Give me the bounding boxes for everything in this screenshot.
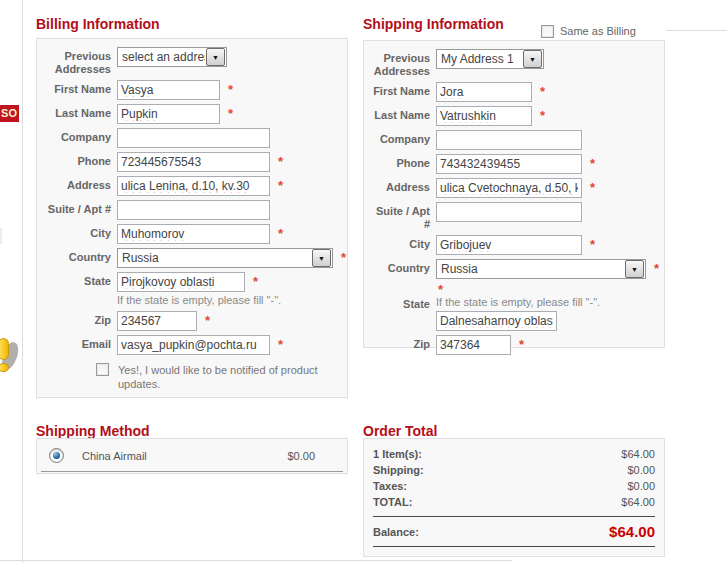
field-label: Phone bbox=[368, 154, 436, 170]
first-name-input[interactable] bbox=[436, 82, 532, 102]
phone-input[interactable] bbox=[436, 154, 582, 174]
required-asterisk: * bbox=[228, 104, 233, 120]
billing-company-row: Company bbox=[41, 128, 347, 148]
field-label: Company bbox=[41, 128, 117, 144]
shipping-method-option: China Airmail $0.00 bbox=[41, 442, 343, 472]
order-total-taxes-row: Taxes: $0.00 bbox=[364, 478, 664, 494]
field-label: State bbox=[41, 272, 117, 288]
order-total-title: Order Total bbox=[363, 423, 437, 439]
city-input[interactable] bbox=[117, 224, 270, 244]
field-label: Company bbox=[368, 130, 436, 146]
field-label: First Name bbox=[41, 80, 117, 96]
china-airmail-radio[interactable] bbox=[49, 448, 64, 463]
shipping-method-box: China Airmail $0.00 bbox=[36, 438, 348, 474]
previous-addresses-select[interactable]: My Address 1 ▼ bbox=[436, 49, 544, 69]
field-label: Last Name bbox=[41, 104, 117, 120]
chevron-down-icon[interactable]: ▼ bbox=[312, 249, 331, 267]
newsletter-checkbox[interactable] bbox=[96, 363, 109, 376]
field-label: City bbox=[41, 224, 117, 240]
previous-addresses-select[interactable]: select an address ▼ bbox=[117, 47, 227, 67]
field-label: Email bbox=[41, 335, 117, 351]
field-label: Last Name bbox=[368, 106, 436, 122]
header-rule-fragment bbox=[666, 30, 727, 31]
required-asterisk: * bbox=[278, 176, 283, 192]
footer-rule-fragment bbox=[0, 560, 512, 561]
required-asterisk: * bbox=[228, 80, 233, 96]
shipping-first-name-row: First Name * bbox=[368, 82, 664, 102]
required-asterisk: * bbox=[540, 82, 545, 98]
billing-zip-row: Zip * bbox=[41, 311, 347, 331]
shipping-method-price: $0.00 bbox=[287, 450, 315, 462]
required-asterisk: * bbox=[278, 224, 283, 240]
country-select[interactable]: Russia ▼ bbox=[436, 259, 646, 279]
email-input[interactable] bbox=[117, 335, 270, 355]
city-input[interactable] bbox=[436, 235, 582, 255]
required-asterisk: * bbox=[519, 335, 524, 351]
required-asterisk: * bbox=[540, 106, 545, 122]
suite-input[interactable] bbox=[117, 200, 270, 220]
field-label: Suite / Apt # bbox=[41, 200, 117, 216]
field-label: State bbox=[368, 283, 436, 311]
state-input[interactable] bbox=[436, 311, 557, 331]
field-label: Country bbox=[41, 248, 117, 264]
state-note: If the state is empty, please fill "-". bbox=[436, 296, 600, 309]
address-input[interactable] bbox=[436, 178, 582, 198]
order-total-total-row: TOTAL: $64.00 bbox=[364, 494, 664, 510]
required-asterisk: * bbox=[654, 259, 659, 275]
balance-value: $64.00 bbox=[609, 523, 655, 540]
last-name-input[interactable] bbox=[117, 104, 220, 124]
zip-input[interactable] bbox=[436, 335, 511, 355]
newsletter-row: Yes!, I would like to be notified of pro… bbox=[96, 363, 347, 391]
required-asterisk: * bbox=[590, 178, 595, 194]
suite-input[interactable] bbox=[436, 202, 582, 222]
first-name-input[interactable] bbox=[117, 80, 220, 100]
shipping-method-title: Shipping Method bbox=[36, 423, 150, 439]
company-input[interactable] bbox=[117, 128, 270, 148]
shipping-previous-addresses-row: Previous Addresses My Address 1 ▼ bbox=[368, 49, 664, 78]
chevron-down-icon[interactable]: ▼ bbox=[206, 48, 225, 66]
shipping-suite-row: Suite / Apt # bbox=[368, 202, 664, 231]
field-label: Country bbox=[368, 259, 436, 275]
billing-country-row: Country Russia ▼ * bbox=[41, 248, 347, 268]
shipping-state-row: State * If the state is empty, please fi… bbox=[368, 283, 664, 331]
same-as-billing-checkbox[interactable] bbox=[541, 25, 554, 38]
billing-title: Billing Information bbox=[36, 16, 160, 32]
shipping-form: Previous Addresses My Address 1 ▼ First … bbox=[363, 40, 665, 348]
order-total-divider bbox=[373, 546, 655, 547]
company-input[interactable] bbox=[436, 130, 582, 150]
shipping-country-row: Country Russia ▼ * bbox=[368, 259, 664, 279]
chevron-down-icon[interactable]: ▼ bbox=[523, 50, 542, 68]
required-asterisk: * bbox=[278, 335, 283, 351]
same-as-billing-label: Same as Billing bbox=[560, 24, 636, 38]
same-as-billing-row: Same as Billing bbox=[541, 24, 636, 38]
shipping-title: Shipping Information bbox=[363, 16, 504, 32]
field-label: Previous Addresses bbox=[41, 47, 117, 76]
order-total-shipping-row: Shipping: $0.00 bbox=[364, 462, 664, 478]
newsletter-label: Yes!, I would like to be notified of pro… bbox=[118, 363, 340, 391]
balance-label: Balance: bbox=[373, 526, 419, 538]
shipping-phone-row: Phone * bbox=[368, 154, 664, 174]
order-total-items-row: 1 Item(s): $64.00 bbox=[364, 446, 664, 462]
required-asterisk: * bbox=[278, 152, 283, 168]
chevron-down-icon[interactable]: ▼ bbox=[625, 260, 644, 278]
shipping-company-row: Company bbox=[368, 130, 664, 150]
state-note: If the state is empty, please fill "-". bbox=[117, 294, 281, 307]
order-total-divider bbox=[373, 516, 655, 517]
required-asterisk: * bbox=[590, 154, 595, 170]
zip-input[interactable] bbox=[117, 311, 197, 331]
field-label: Address bbox=[368, 178, 436, 194]
order-total-box: 1 Item(s): $64.00 Shipping: $0.00 Taxes:… bbox=[363, 438, 665, 557]
billing-phone-row: Phone * bbox=[41, 152, 347, 172]
warning-icon bbox=[0, 326, 20, 374]
field-label: Suite / Apt # bbox=[368, 202, 436, 231]
clipped-gray-fragment bbox=[0, 228, 2, 244]
billing-last-name-row: Last Name * bbox=[41, 104, 347, 124]
billing-suite-row: Suite / Apt # bbox=[41, 200, 347, 220]
country-select[interactable]: Russia ▼ bbox=[117, 248, 333, 268]
required-asterisk: * bbox=[341, 248, 346, 264]
phone-input[interactable] bbox=[117, 152, 270, 172]
last-name-input[interactable] bbox=[436, 106, 532, 126]
required-asterisk: * bbox=[438, 283, 600, 296]
state-input[interactable] bbox=[117, 272, 245, 292]
address-input[interactable] bbox=[117, 176, 270, 196]
